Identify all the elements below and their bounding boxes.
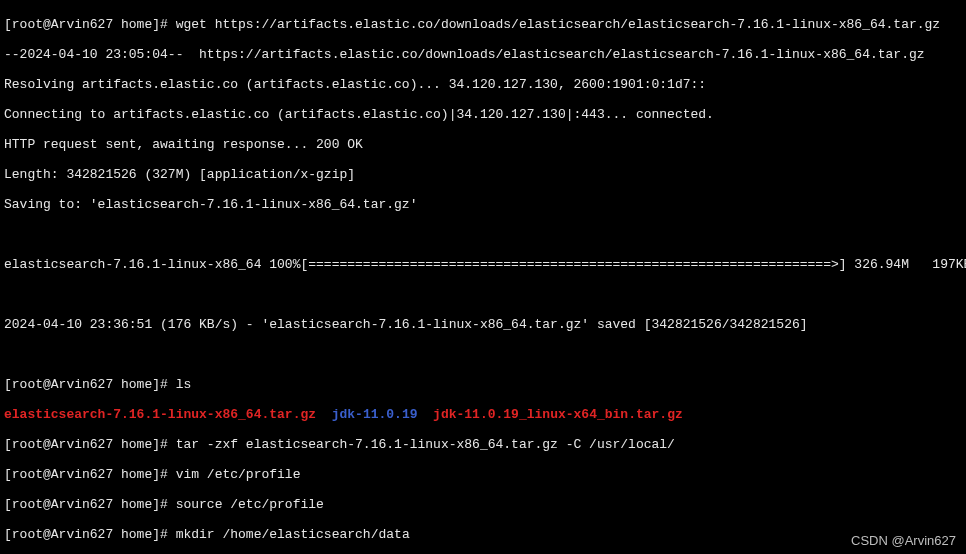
prompt: [root@Arvin627 home]# bbox=[4, 497, 176, 512]
wget-line: Resolving artifacts.elastic.co (artifact… bbox=[4, 77, 962, 92]
watermark: CSDN @Arvin627 bbox=[851, 533, 956, 548]
wget-line: --2024-04-10 23:05:04-- https://artifact… bbox=[4, 47, 962, 62]
prompt: [root@Arvin627 home]# bbox=[4, 437, 176, 452]
blank-line bbox=[4, 287, 962, 302]
prompt: [root@Arvin627 home]# bbox=[4, 467, 176, 482]
terminal-output[interactable]: [root@Arvin627 home]# wget https://artif… bbox=[4, 2, 962, 554]
wget-progress: elasticsearch-7.16.1-linux-x86_64 100%[=… bbox=[4, 257, 962, 272]
wget-done: 2024-04-10 23:36:51 (176 KB/s) - 'elasti… bbox=[4, 317, 962, 332]
blank-line bbox=[4, 227, 962, 242]
prompt: [root@Arvin627 home]# bbox=[4, 17, 176, 32]
cmd-wget: wget https://artifacts.elastic.co/downlo… bbox=[176, 17, 941, 32]
file-archive: elasticsearch-7.16.1-linux-x86_64.tar.gz bbox=[4, 407, 316, 422]
ls-output: elasticsearch-7.16.1-linux-x86_64.tar.gz… bbox=[4, 407, 962, 422]
cmd-mkdir: mkdir /home/elasticsearch/data bbox=[176, 527, 410, 542]
wget-line: HTTP request sent, awaiting response... … bbox=[4, 137, 962, 152]
prompt: [root@Arvin627 home]# bbox=[4, 377, 176, 392]
cmd-vim: vim /etc/profile bbox=[176, 467, 301, 482]
cmd-source: source /etc/profile bbox=[176, 497, 324, 512]
wget-line: Length: 342821526 (327M) [application/x-… bbox=[4, 167, 962, 182]
blank-line bbox=[4, 347, 962, 362]
wget-line: Connecting to artifacts.elastic.co (arti… bbox=[4, 107, 962, 122]
cmd-tar: tar -zxf elasticsearch-7.16.1-linux-x86_… bbox=[176, 437, 675, 452]
file-archive: jdk-11.0.19_linux-x64_bin.tar.gz bbox=[433, 407, 683, 422]
cmd-ls: ls bbox=[176, 377, 192, 392]
wget-line: Saving to: 'elasticsearch-7.16.1-linux-x… bbox=[4, 197, 962, 212]
prompt: [root@Arvin627 home]# bbox=[4, 527, 176, 542]
file-dir: jdk-11.0.19 bbox=[332, 407, 418, 422]
